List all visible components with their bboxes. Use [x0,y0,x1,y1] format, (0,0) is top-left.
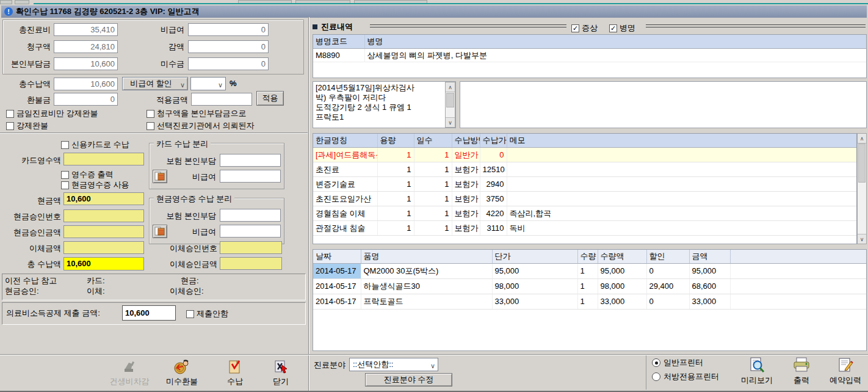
diagnosis-row[interactable]: M8890 상세불명의 뼈의 파젯병, 다발부분 [313,49,866,62]
cash-calc-button[interactable] [153,225,167,238]
apply-amount-label: 적용금액 [140,95,188,104]
discount-percent-combo[interactable]: ∨ [190,77,226,90]
double-rule [370,24,566,27]
summary-value-field[interactable]: 24,810 [54,40,118,53]
product-discount-cell: 0 [646,264,689,279]
close-button[interactable]: 닫기 [256,359,305,387]
card-nonins-field[interactable] [220,170,281,183]
medical-table-scrollbar[interactable]: ∧ ∨ [857,133,867,244]
medical-qty-cell: 1 [377,177,414,192]
previous-card-label: 카드: [87,276,105,285]
transfer-approval-no-field[interactable] [220,241,282,254]
product-row[interactable]: 2014-05-17 QM2000 30포(5박스) 95,000 1 95,0… [313,264,866,279]
apply-button[interactable]: 적용 [256,91,284,106]
print-button[interactable]: 출력 [783,357,820,386]
summary-value-field[interactable]: 0 [188,40,269,53]
print-printer-icon [792,357,811,374]
product-date-cell: 2014-05-17 [313,264,361,279]
checkbox-claim-to-copay[interactable]: 청구액을 본인부담금으로 [146,108,247,119]
product-filler-cell [730,264,866,279]
medical-item-row[interactable]: 경혈침술 이체 1 1 보험가 4220 족삼리,합곡 [313,206,856,221]
medical-item-row[interactable]: [과세]여드름해독산 1 1 일반가 0 [313,148,856,162]
reserve-edit-icon [837,357,854,374]
discount-type-combo[interactable]: 비급여 할인∨ [122,77,188,90]
refund-button[interactable]: 미수환불 [157,359,206,387]
card-ins-label: 보험 본인부담 [153,156,216,165]
product-table-box: 날짜 품명 단가 수량 수량액 할인 금액 2014-05-17 QM2000 … [313,249,867,351]
cash-ins-label: 보험 본인부담 [153,211,216,220]
cash-approval-no-field[interactable] [63,209,144,222]
medical-price-cell: 12510 [480,162,507,177]
receive-payment-button[interactable]: 수납 [211,359,259,387]
summary-value-field[interactable]: 10,600 [54,57,118,70]
card-amount-field[interactable] [63,153,144,165]
scroll-up-icon[interactable]: ∧ [858,134,866,143]
checkbox-credit-card[interactable]: 신용카드로 수납 [61,139,129,150]
grand-total-field[interactable]: 10,600 [63,257,144,270]
checkbox-referred[interactable]: 선택진료기관에서 의뢰된자 [146,120,255,131]
scroll-up-icon[interactable]: ∧ [446,82,455,92]
panel-divider-highlight [309,17,309,392]
medical-item-row[interactable]: 초진료 1 1 보험가 12510 [313,162,856,177]
medical-item-row[interactable]: 초진토요일가산 1 1 보험가 3750 [313,192,856,206]
product-row[interactable]: 2014-05-17 프락토골드 33,000 1 33,000 0 33,00… [313,294,866,310]
close-exit-icon [273,359,289,375]
memo-secondary-box[interactable] [460,81,867,128]
divider [0,132,308,134]
summary-value-field[interactable]: 35,410 [54,23,118,36]
preview-button[interactable]: 미리보기 [736,357,778,386]
edit-field-button[interactable]: 진료분야 수정 [365,373,452,387]
medical-item-row[interactable]: 관절강내 침술 1 1 보험가 3110 독비 [313,221,856,236]
scroll-down-icon[interactable]: ∨ [446,117,455,127]
reservation-entry-button[interactable]: 예약입력 [824,357,867,386]
scrollbar-thumb[interactable] [858,143,866,183]
scroll-down-icon[interactable]: ∨ [858,234,866,244]
cash-ins-field[interactable] [220,209,281,222]
transfer-amount-field[interactable] [63,241,144,254]
refund-field[interactable]: 0 [54,93,118,106]
checkbox-force-full[interactable]: 강제완불 [6,120,48,131]
cash-approval-amt-field[interactable] [63,225,144,238]
summary-value-field[interactable]: 0 [188,23,269,36]
product-row[interactable]: 2014-05-17 하늘생식골드30 98,000 1 98,000 29,4… [313,279,866,294]
card-ins-field[interactable] [220,154,281,167]
product-header-date: 날짜 [313,250,361,264]
transfer-approval-amt-field[interactable] [220,257,282,270]
medical-name-cell: 경혈침술 이체 [313,206,377,221]
checkbox-today-force[interactable]: 금일진료비만 강제완불 [6,108,98,119]
medical-method-cell: 보험가 [452,221,480,236]
checkbox-box [6,110,14,118]
checkbox-box [146,110,154,118]
symptom-memo-textarea[interactable]: [2014년5월17일]위상차검사 박) 우측팔이 저리다 도적강기탕 2 생식… [313,81,456,128]
apply-amount-field[interactable] [191,93,252,106]
total-receipt-field[interactable]: 10,600 [54,78,118,90]
medical-method-cell: 보험가 [452,177,480,192]
checkbox-receipt-print[interactable]: 영수증 출력 [61,169,114,180]
scrollbar-thumb[interactable] [446,93,454,107]
card-calc-button[interactable] [153,170,167,183]
product-date-cell: 2014-05-17 [313,279,361,294]
cash-amount-field[interactable]: 10,600 [63,192,144,205]
field-category-combo[interactable]: ::선택안함::∨ [349,358,438,371]
checkbox-cash-receipt[interactable]: 현금영수증 사용 [61,180,129,191]
product-header-unit: 단가 [492,250,577,264]
radio-normal-printer[interactable]: 일반프린터 [652,357,703,368]
deduct-health-button: 건생비차감 [105,359,154,387]
radio-prescription-printer[interactable]: 처방전용프린터 [652,371,719,382]
cash-nonins-field[interactable] [220,225,281,238]
summary-value-field[interactable]: 0 [188,57,269,70]
checkbox-no-submit[interactable]: 제출안함 [186,308,228,319]
cash-approval-no-label: 현금승인번호 [4,212,61,221]
background-window-fragment [15,0,29,4]
checkbox-symptom[interactable]: ✓증상 [571,23,598,34]
product-qty-cell: 1 [577,294,598,310]
medical-item-row[interactable]: 변증기술료 1 1 보험가 2940 [313,177,856,192]
deduction-amount-field[interactable]: 10,600 [122,305,176,321]
medical-header-qty: 용량 [377,134,414,148]
summary-label: 미수금 [146,59,184,68]
memo-scrollbar[interactable]: ∧ ∨ [445,82,455,128]
medical-price-cell: 3750 [480,192,507,206]
transfer-amount-label: 이체금액 [4,244,61,253]
checkbox-disease[interactable]: ✓병명 [609,23,635,34]
product-name-cell: 프락토골드 [361,294,492,310]
